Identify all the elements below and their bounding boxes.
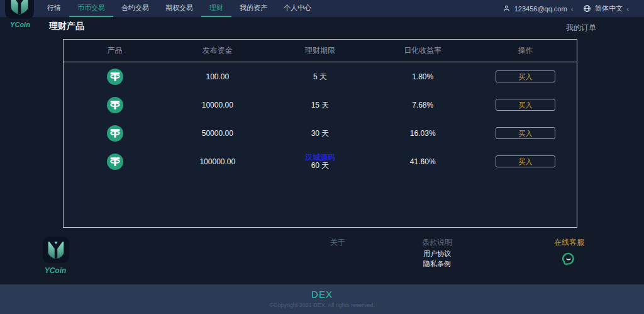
footer-terms-heading: 条款说明 xyxy=(412,237,462,248)
account-chevron-icon[interactable]: ‹ xyxy=(571,5,574,13)
nav-item-personal-center[interactable]: 个人中心 xyxy=(275,0,319,17)
table-row: 100.00 5 天 1.80% 买入 xyxy=(64,62,577,91)
brand-name: YCoin xyxy=(4,21,36,28)
copyright-text: ©Copyright 2021 DEX. All rights reserved… xyxy=(0,302,644,308)
nav-item-contract-trade[interactable]: 合约交易 xyxy=(113,0,157,17)
row-period: 5 天 xyxy=(269,72,371,81)
row-rate: 7.68% xyxy=(372,101,474,109)
bottom-bar: DEX ©Copyright 2021 DEX. All rights rese… xyxy=(0,284,644,314)
buy-button[interactable]: 买入 xyxy=(496,70,555,82)
row-period: 30 天 xyxy=(269,129,371,138)
row-amount: 50000.00 xyxy=(166,129,269,138)
footer-about-heading: 关于 xyxy=(313,237,363,248)
table-row: 10000.00 15 天 7.68% 买入 xyxy=(64,91,577,119)
bottom-brand: DEX xyxy=(0,289,644,300)
footer-privacy-policy-link[interactable]: 隐私条例 xyxy=(412,259,462,269)
col-header-period: 理财期限 xyxy=(269,45,371,56)
account-email[interactable]: 123456@qq.com xyxy=(514,5,567,13)
buy-button[interactable]: 买入 xyxy=(496,99,555,111)
footer-online-service-link[interactable]: 在线客服 xyxy=(544,237,594,248)
buy-button[interactable]: 买入 xyxy=(496,127,555,139)
user-icon xyxy=(502,4,511,13)
row-period: 15 天 xyxy=(269,101,371,109)
finance-products-table: 产品 发布资金 理财期限 日化收益率 操作 100.00 5 天 1.80% 买… xyxy=(63,39,577,228)
row-amount: 100000.00 xyxy=(166,157,269,166)
row-amount: 10000.00 xyxy=(166,101,269,109)
table-row: 50000.00 30 天 16.03% 买入 xyxy=(64,119,577,147)
row-amount: 100.00 xyxy=(166,72,269,81)
page-title: 理财产品 xyxy=(49,21,84,32)
row-period-text: 60 天 xyxy=(311,161,330,170)
tether-usdt-icon xyxy=(107,125,123,142)
col-header-amount: 发布资金 xyxy=(166,45,269,56)
footer-user-agreement-link[interactable]: 用户协议 xyxy=(412,249,462,259)
row-rate: 1.80% xyxy=(372,72,474,81)
tether-usdt-icon xyxy=(107,154,123,170)
nav-item-spot-trade[interactable]: 币币交易 xyxy=(69,0,113,17)
top-navbar: 行情 币币交易 合约交易 期权交易 理财 我的资产 个人中心 123456@qq… xyxy=(0,0,644,17)
language-selector[interactable]: 简体中文 xyxy=(595,4,623,13)
tether-usdt-icon xyxy=(107,69,123,85)
table-row: 100000.00 汉城源码 60 天 41.60% 买入 xyxy=(64,147,577,176)
tether-usdt-icon xyxy=(107,97,123,113)
nav-item-finance[interactable]: 理财 xyxy=(201,0,231,17)
app-logo-icon[interactable] xyxy=(5,0,34,19)
navbar-right: 123456@qq.com ‹ 简体中文 ‹ xyxy=(502,0,644,17)
footer-logo-icon xyxy=(43,237,69,266)
footer-brand-name: YCoin xyxy=(40,266,70,275)
customer-service-headset-icon[interactable] xyxy=(561,251,576,270)
nav-item-my-assets[interactable]: 我的资产 xyxy=(231,0,275,17)
watermark-link[interactable]: 汉城源码 xyxy=(305,154,335,161)
col-header-action: 操作 xyxy=(474,45,577,56)
row-rate: 41.60% xyxy=(372,157,474,166)
language-chevron-icon[interactable]: ‹ xyxy=(626,5,629,13)
col-header-rate: 日化收益率 xyxy=(372,45,474,56)
row-rate: 16.03% xyxy=(372,129,474,138)
table-header-row: 产品 发布资金 理财期限 日化收益率 操作 xyxy=(64,40,577,62)
globe-icon xyxy=(583,4,591,13)
nav-item-market[interactable]: 行情 xyxy=(39,0,69,17)
buy-button[interactable]: 买入 xyxy=(496,155,555,167)
nav-item-options-trade[interactable]: 期权交易 xyxy=(157,0,201,17)
row-period: 汉城源码 60 天 xyxy=(269,154,371,170)
nav-links: 行情 币币交易 合约交易 期权交易 理财 我的资产 个人中心 xyxy=(39,0,319,17)
my-orders-link[interactable]: 我的订单 xyxy=(566,23,596,33)
col-header-product: 产品 xyxy=(64,45,166,56)
